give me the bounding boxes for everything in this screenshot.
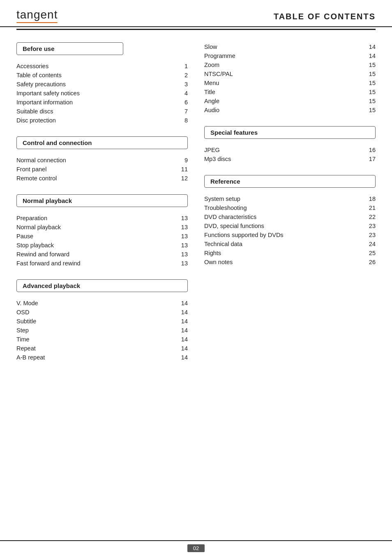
list-item: Safety precautions 3 (16, 80, 188, 89)
list-item: Pause 13 (16, 232, 188, 241)
list-item: Important information 6 (16, 98, 188, 107)
logo-text: tangent (16, 9, 58, 21)
list-item: Technical data 24 (204, 240, 376, 249)
logo: tangent (16, 9, 58, 23)
list-item: Disc protection 8 (16, 116, 188, 125)
section-header-before-use: Before use (16, 42, 123, 55)
page-title: TABLE OF CONTENTS (274, 12, 376, 23)
list-item: Normal connection 9 (16, 156, 188, 165)
section-normal-playback: Normal playback Preparation 13 Normal pl… (16, 194, 188, 268)
list-item: Slow 14 (204, 42, 376, 51)
section-header-control-connection: Control and connection (16, 136, 188, 149)
advanced-playback-list: V. Mode 14 OSD 14 Subtitle 14 Step 14 (16, 299, 188, 362)
list-item: Menu 15 (204, 78, 376, 88)
before-use-list: Accessories 1 Table of contents 2 Safety… (16, 62, 188, 125)
list-item: V. Mode 14 (16, 299, 188, 308)
list-item: Rewind and forward 13 (16, 250, 188, 259)
section-header-special-features: Special features (204, 126, 376, 139)
main-content: Before use Accessories 1 Table of conten… (0, 30, 392, 382)
left-column: Before use Accessories 1 Table of conten… (16, 42, 200, 373)
list-item: Stop playback 13 (16, 241, 188, 250)
footer-page-number: 02 (187, 544, 205, 552)
list-item: DVD characteristics 22 (204, 212, 376, 221)
footer: 02 (0, 540, 392, 555)
list-item: DVD, special functions 23 (204, 221, 376, 230)
list-item: Remote control 12 (16, 174, 188, 183)
list-item: Rights 25 (204, 249, 376, 258)
list-item: Preparation 13 (16, 214, 188, 223)
section-header-reference: Reference (204, 175, 376, 188)
list-item: Own notes 26 (204, 258, 376, 267)
top-items-list: Slow 14 Programme 14 Zoom 15 NTSC/PAL 15… (204, 42, 376, 115)
header: tangent TABLE OF CONTENTS (0, 0, 392, 27)
section-header-normal-playback: Normal playback (16, 194, 188, 207)
list-item: Functions supported by DVDs 23 (204, 230, 376, 240)
list-item: Suitable discs 7 (16, 107, 188, 116)
special-features-list: JPEG 16 Mp3 discs 17 (204, 145, 376, 164)
right-column: Slow 14 Programme 14 Zoom 15 NTSC/PAL 15… (200, 42, 376, 373)
reference-list: System setup 18 Troubleshooting 21 DVD c… (204, 194, 376, 267)
section-reference: Reference System setup 18 Troubleshootin… (204, 175, 376, 267)
list-item: Front panel 11 (16, 165, 188, 174)
list-item: Troubleshooting 21 (204, 203, 376, 212)
list-item: Mp3 discs 17 (204, 154, 376, 164)
list-item: Audio 15 (204, 106, 376, 115)
list-item: Angle 15 (204, 97, 376, 106)
list-item: Normal playback 13 (16, 223, 188, 232)
list-item: Table of contents 2 (16, 71, 188, 80)
list-item: Time 14 (16, 335, 188, 344)
page: tangent TABLE OF CONTENTS Before use Acc… (0, 0, 392, 555)
section-advanced-playback: Advanced playback V. Mode 14 OSD 14 Subt… (16, 279, 188, 362)
list-item: Fast forward and rewind 13 (16, 259, 188, 268)
list-item: Repeat 14 (16, 344, 188, 353)
section-before-use: Before use Accessories 1 Table of conten… (16, 42, 188, 125)
logo-underline (16, 22, 58, 23)
section-special-features: Special features JPEG 16 Mp3 discs 17 (204, 126, 376, 164)
normal-playback-list: Preparation 13 Normal playback 13 Pause … (16, 214, 188, 268)
list-item: Step 14 (16, 326, 188, 335)
section-header-advanced-playback: Advanced playback (16, 279, 188, 292)
list-item: JPEG 16 (204, 145, 376, 154)
list-item: Subtitle 14 (16, 317, 188, 326)
list-item: System setup 18 (204, 194, 376, 203)
list-item: Title 15 (204, 88, 376, 97)
list-item: Accessories 1 (16, 62, 188, 71)
list-item: Zoom 15 (204, 60, 376, 69)
list-item: OSD 14 (16, 308, 188, 317)
list-item: Programme 14 (204, 51, 376, 60)
list-item: A-B repeat 14 (16, 353, 188, 362)
section-control-connection: Control and connection Normal connection… (16, 136, 188, 183)
list-item: NTSC/PAL 15 (204, 69, 376, 78)
list-item: Important safety notices 4 (16, 89, 188, 98)
control-connection-list: Normal connection 9 Front panel 11 Remot… (16, 156, 188, 183)
